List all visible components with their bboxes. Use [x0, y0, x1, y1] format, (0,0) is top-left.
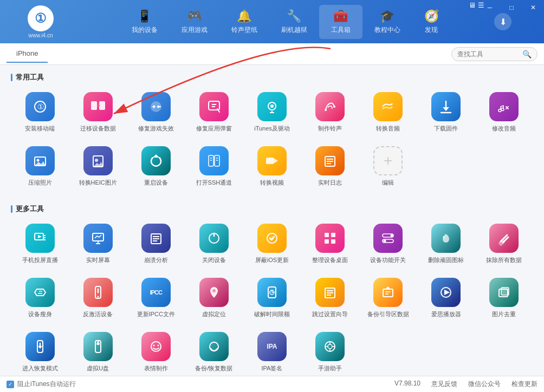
tool-delete-icons-label: 删除顽固图标 — [428, 256, 464, 264]
tool-backup-partition[interactable]: 备份引导区数据 — [359, 273, 417, 322]
nav-toolbox[interactable]: 🧰 工具箱 — [319, 5, 362, 39]
search-icon: 🔍 — [522, 50, 532, 58]
tool-modify-audio[interactable]: 修改音频 — [475, 88, 533, 136]
tool-jump-settings-label: 跳过设置向导 — [312, 310, 348, 318]
section-more-tools-label: 更多工具 — [16, 204, 44, 214]
itunes-checkbox[interactable]: ✓ — [7, 381, 14, 388]
tool-update-ipcc[interactable]: IPCC 更新IPCC文件 — [127, 273, 185, 322]
download-button[interactable]: ⬇ — [494, 13, 511, 30]
search-input[interactable] — [457, 50, 522, 58]
svg-marker-23 — [35, 161, 46, 166]
footer-left: ✓ 阻止iTunes自动运行 — [7, 380, 76, 389]
tool-close-device-label: 关闭设备 — [202, 256, 226, 264]
tool-itunes-driver-icon — [257, 92, 287, 121]
tool-erase-data[interactable]: 抹除所有数据 — [475, 219, 533, 268]
tool-convert-video-icon — [257, 146, 287, 175]
tool-delete-icons[interactable]: 删除顽固图标 — [417, 219, 475, 268]
tool-compress-photo[interactable]: 压缩照片 — [11, 142, 69, 191]
tool-deactivate[interactable]: 反激活设备 — [69, 273, 127, 322]
tool-slim-device[interactable]: 设备瘦身 — [11, 273, 69, 322]
tool-download-firmware[interactable]: 下载固件 — [417, 88, 475, 136]
tray-icon-1: 🖥 — [469, 1, 476, 9]
tool-emoji-maker[interactable]: 表情制作 — [127, 328, 185, 376]
tool-update-ipcc-label: 更新IPCC文件 — [137, 310, 175, 318]
tool-fix-games-icon — [141, 92, 171, 121]
svg-rect-7 — [209, 101, 219, 110]
minimize-button[interactable]: ─ — [479, 0, 501, 15]
tool-realtime-log[interactable]: 实时日志 — [301, 142, 359, 191]
tool-update-ipcc-icon: IPCC — [141, 278, 171, 307]
tool-reboot-device[interactable]: 重启设备 — [127, 142, 185, 191]
svg-point-65 — [443, 236, 445, 238]
tool-migrate-data[interactable]: 迁移设备数据 — [69, 88, 127, 136]
nav-tutorial[interactable]: 🎓 教程中心 — [362, 5, 412, 39]
tool-compress-photo-label: 压缩照片 — [28, 179, 52, 186]
tool-modify-audio-icon — [489, 92, 519, 121]
nav-discover[interactable]: 🧭 发现 — [412, 5, 451, 39]
tool-backup-restore-icon — [199, 332, 229, 361]
tool-install-mobile-label: 安装移动端 — [25, 125, 55, 132]
tool-device-functions[interactable]: 设备功能开关 — [359, 219, 417, 268]
tool-close-device-icon — [199, 224, 229, 253]
footer-version: V7.98.10 — [394, 380, 420, 389]
footer-wechat[interactable]: 微信公众号 — [468, 380, 501, 389]
tool-realtime-log-label: 实时日志 — [318, 179, 342, 186]
svg-rect-66 — [498, 239, 506, 246]
tool-ipa-sign[interactable]: IPA IPA签名 — [243, 328, 301, 376]
tool-fix-crash[interactable]: 修复应用弹窗 — [185, 88, 243, 136]
nav-jailbreak[interactable]: 🔧 刷机越狱 — [269, 5, 319, 39]
tool-block-ios-update[interactable]: 屏蔽iOS更新 — [243, 219, 301, 268]
tool-edit-icon: + — [373, 146, 403, 175]
tool-device-functions-label: 设备功能开关 — [370, 256, 406, 264]
svg-marker-17 — [443, 107, 449, 111]
nav-jailbreak-icon: 🔧 — [287, 9, 301, 23]
tool-realtime-screen[interactable]: 实时屏幕 — [69, 219, 127, 268]
tool-open-ssh[interactable]: 打开SSH通道 — [185, 142, 243, 191]
svg-point-19 — [498, 109, 501, 112]
tool-crash-analysis-icon — [141, 224, 171, 253]
tool-virtual-location[interactable]: 虚拟定位 — [185, 273, 243, 322]
tool-break-time-limit[interactable]: 破解时间限额 — [243, 273, 301, 322]
tool-itunes-driver[interactable]: iTunes及驱动 — [243, 88, 301, 136]
svg-rect-3 — [91, 101, 97, 110]
close-button[interactable]: ✕ — [522, 0, 544, 15]
tool-recovery-mode[interactable]: 进入恢复模式 — [11, 328, 69, 376]
maximize-button[interactable]: □ — [501, 0, 522, 15]
nav-tutorial-icon: 🎓 — [380, 9, 394, 23]
tool-crash-analysis[interactable]: 崩溃分析 — [127, 219, 185, 268]
tool-backup-restore[interactable]: 备份/恢复数据 — [185, 328, 243, 376]
tool-install-mobile[interactable]: ① 安装移动端 — [11, 88, 69, 136]
footer-feedback[interactable]: 意见反馈 — [431, 380, 457, 389]
tool-convert-audio[interactable]: 转换音频 — [359, 88, 417, 136]
nav-ringtones[interactable]: 🔔 铃声壁纸 — [219, 5, 269, 39]
tool-fix-games-label: 修复游戏失效 — [138, 125, 174, 132]
tool-close-device[interactable]: 关闭设备 — [185, 219, 243, 268]
device-tab[interactable]: iPhone — [7, 45, 48, 63]
tool-make-ringtone[interactable]: 制作铃声 — [301, 88, 359, 136]
footer-check-update[interactable]: 检查更新 — [511, 380, 537, 389]
tool-edit[interactable]: + 编辑 — [359, 142, 417, 191]
tool-block-ios-update-label: 屏蔽iOS更新 — [255, 256, 289, 264]
tool-remove-duplicates-icon — [489, 278, 519, 307]
tool-organize-desktop[interactable]: 整理设备桌面 — [301, 219, 359, 268]
tool-game-assistant[interactable]: 手游助手 — [301, 328, 359, 376]
tool-update-ipcc-text: IPCC — [150, 289, 162, 296]
tool-convert-video[interactable]: 转换视频 — [243, 142, 301, 191]
tool-compress-photo-icon — [25, 146, 55, 175]
tool-open-ssh-icon — [199, 146, 229, 175]
svg-marker-35 — [274, 158, 278, 164]
svg-point-56 — [270, 236, 274, 240]
nav-my-device[interactable]: 📱 我的设备 — [120, 5, 170, 39]
tool-ai-player[interactable]: 爱思播放器 — [417, 273, 475, 322]
tool-block-ios-update-icon — [257, 224, 287, 253]
tool-screen-cast[interactable]: 手机投屏直播 — [11, 219, 69, 268]
tool-game-assistant-icon — [315, 332, 345, 361]
nav-apps[interactable]: 🎮 应用游戏 — [170, 5, 219, 39]
tool-realtime-screen-icon — [83, 224, 113, 253]
tool-remove-duplicates[interactable]: 图片去重 — [475, 273, 533, 322]
tool-jump-settings[interactable]: 跳过设置向导 — [301, 273, 359, 322]
tool-fix-games[interactable]: 修复游戏失效 — [127, 88, 185, 136]
tool-convert-heic[interactable]: 转换HEIC图片 — [69, 142, 127, 191]
tool-virtual-udisk[interactable]: 虚拟U盘 — [69, 328, 127, 376]
svg-marker-82 — [385, 286, 391, 289]
